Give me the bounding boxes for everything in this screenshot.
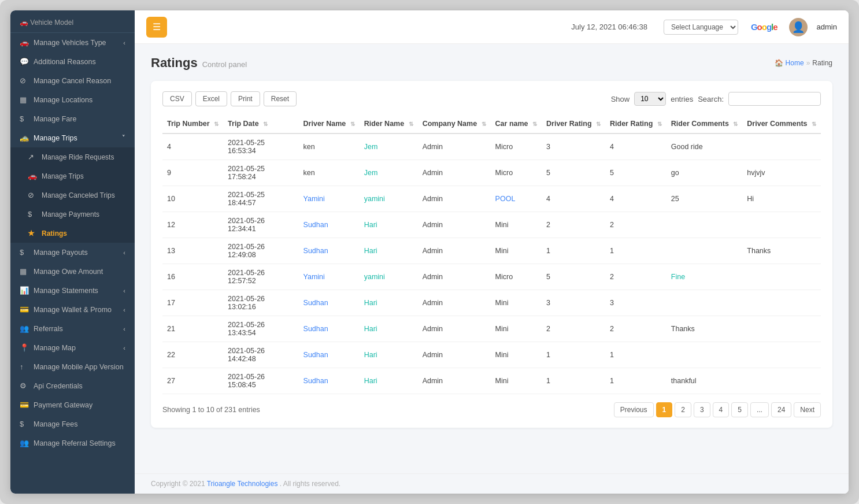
sidebar-item-manage-mobile-app-version[interactable]: ↑ Manage Mobile App Version (10, 357, 135, 376)
admin-label: admin (817, 23, 837, 31)
col-trip-date[interactable]: Trip Date ⇅ (223, 114, 298, 134)
referral2-icon: 👥 (20, 439, 29, 447)
table-cell: Hari (360, 212, 418, 238)
sidebar-item-additional-reasons[interactable]: 💬 Additional Reasons (10, 52, 135, 71)
breadcrumb: 🏠 Home » Rating (775, 59, 832, 67)
table-cell: 3 (605, 290, 667, 316)
page-24-button[interactable]: 24 (771, 402, 791, 417)
table-cell: 27 (162, 368, 223, 394)
table-cell: 4 (605, 134, 667, 160)
sidebar-item-manage-fees[interactable]: $ Manage Fees (10, 414, 135, 433)
col-rider-rating[interactable]: Rider Rating ⇅ (605, 114, 667, 134)
sort-icon-driver-name: ⇅ (350, 121, 355, 127)
col-rider-comments[interactable]: Rider Comments ⇅ (667, 114, 743, 134)
pagination-info: Showing 1 to 10 of 231 entries (162, 406, 260, 414)
upload-icon: ↑ (20, 362, 29, 371)
datetime-display: July 12, 2021 06:46:38 (571, 23, 647, 31)
col-rider-name[interactable]: Rider Name ⇅ (360, 114, 418, 134)
sidebar-item-manage-statements[interactable]: 📊 Manage Statements ‹ (10, 281, 135, 300)
sidebar-item-referrals[interactable]: 👥 Referrals ‹ (10, 319, 135, 338)
sidebar-item-manage-referral-settings[interactable]: 👥 Manage Referral Settings (10, 433, 135, 453)
table-cell: Admin (418, 238, 491, 264)
table-cell: Admin (418, 290, 491, 316)
arrow-left5-icon: ‹ (123, 344, 125, 351)
csv-button[interactable]: CSV (162, 91, 192, 106)
page-2-button[interactable]: 2 (675, 402, 691, 417)
table-cell: 5 (542, 264, 605, 290)
table-cell: Mini (491, 212, 542, 238)
table-cell: 3 (542, 134, 605, 160)
page-1-button[interactable]: 1 (656, 402, 673, 417)
table-row: 42021-05-25 16:53:34kenJemAdminMicro34Go… (162, 134, 821, 160)
table-cell (742, 368, 821, 394)
next-button[interactable]: Next (794, 402, 821, 417)
table-cell: 2021-05-26 12:49:08 (223, 238, 298, 264)
sidebar-item-manage-cancel-reason[interactable]: ⊘ Manage Cancel Reason (10, 71, 135, 90)
table-cell: 2021-05-26 15:08:45 (223, 368, 298, 394)
sidebar-item-payment-gateway[interactable]: 💳 Payment Gateway (10, 395, 135, 414)
sidebar-item-manage-vehicles-type[interactable]: 🚗 Manage Vehicles Type ‹ (10, 33, 135, 52)
sidebar-item-manage-payments[interactable]: $ Manage Payments (10, 205, 135, 224)
table-controls-right: Show 10 25 50 100 entries Search: (611, 92, 821, 106)
sidebar-item-manage-locations[interactable]: ▦ Manage Locations (10, 90, 135, 109)
previous-button[interactable]: Previous (614, 402, 654, 417)
page-5-button[interactable]: 5 (731, 402, 748, 417)
sidebar-item-manage-wallet-promo[interactable]: 💳 Manage Wallet & Promo ‹ (10, 300, 135, 319)
referral-icon: 👥 (20, 324, 29, 333)
table-cell: Sudhan (299, 342, 360, 368)
sidebar-item-manage-payouts[interactable]: $ Manage Payouts ‹ (10, 243, 135, 262)
sidebar-item-api-credentials[interactable]: ⚙ Api Credentials (10, 376, 135, 395)
language-select[interactable]: Select Language (664, 20, 738, 35)
table-cell: Admin (418, 264, 491, 290)
print-button[interactable]: Print (231, 91, 260, 106)
sidebar-item-manage-canceled-trips[interactable]: ⊘ Manage Canceled Trips (10, 186, 135, 205)
table-row: 132021-05-26 12:49:08SudhanHariAdminMini… (162, 238, 821, 264)
table-cell: Good ride (667, 134, 743, 160)
menu-button[interactable]: ☰ (146, 17, 167, 38)
breadcrumb-home-label[interactable]: Home (786, 59, 804, 67)
col-driver-name[interactable]: Driver Name ⇅ (299, 114, 360, 134)
table-cell: 5 (605, 160, 667, 186)
page-title-group: Ratings Control panel (151, 55, 247, 71)
sort-icon-driver-rating: ⇅ (596, 121, 601, 127)
table-cell: go (667, 160, 743, 186)
sidebar-item-ratings[interactable]: ★ Ratings (10, 224, 135, 243)
sidebar-item-manage-map[interactable]: 📍 Manage Map ‹ (10, 338, 135, 357)
table-cell: Admin (418, 134, 491, 160)
excel-button[interactable]: Excel (195, 91, 227, 106)
col-driver-comments[interactable]: Driver Comments ⇅ (742, 114, 821, 134)
sidebar-item-manage-fare[interactable]: $ Manage Fare (10, 109, 135, 128)
search-input[interactable] (728, 92, 821, 106)
table-cell: 4 (162, 134, 223, 160)
page-header: Ratings Control panel 🏠 Home » Rating (151, 55, 832, 71)
table-cell: 1 (542, 368, 605, 394)
table-cell: Thanks (667, 316, 743, 342)
reset-button[interactable]: Reset (264, 91, 297, 106)
table-cell: Hari (360, 368, 418, 394)
table-cell: 2 (605, 264, 667, 290)
page-4-button[interactable]: 4 (713, 402, 730, 417)
cancel-icon: ⊘ (20, 76, 29, 85)
page-subtitle: Control panel (202, 60, 247, 69)
col-driver-rating[interactable]: Driver Rating ⇅ (542, 114, 605, 134)
col-trip-number[interactable]: Trip Number ⇅ (162, 114, 223, 134)
table-cell: 12 (162, 212, 223, 238)
table-cell (742, 264, 821, 290)
page-3-button[interactable]: 3 (694, 402, 710, 417)
sidebar-item-manage-trips-sub[interactable]: 🚗 Manage Trips (10, 166, 135, 186)
table-cell (667, 290, 743, 316)
taxi-icon: 🚕 (20, 134, 29, 142)
sidebar-item-manage-trips[interactable]: 🚕 Manage Trips ˅ (10, 128, 135, 147)
table-cell (742, 316, 821, 342)
sidebar-item-manage-owe-amount[interactable]: ▦ Manage Owe Amount (10, 262, 135, 281)
col-company-name[interactable]: Company Name ⇅ (418, 114, 491, 134)
table-cell: 4 (605, 186, 667, 212)
sidebar-item-manage-ride-requests[interactable]: ↗ Manage Ride Requests (10, 147, 135, 166)
company-link[interactable]: Trioangle Technologies (207, 480, 278, 488)
table-cell: Admin (418, 160, 491, 186)
table-cell: 5 (542, 160, 605, 186)
col-car-name[interactable]: Car name ⇅ (491, 114, 542, 134)
dollar3-icon: $ (20, 248, 29, 257)
table-cell: 2021-05-26 12:34:41 (223, 212, 298, 238)
entries-select[interactable]: 10 25 50 100 (634, 92, 666, 106)
